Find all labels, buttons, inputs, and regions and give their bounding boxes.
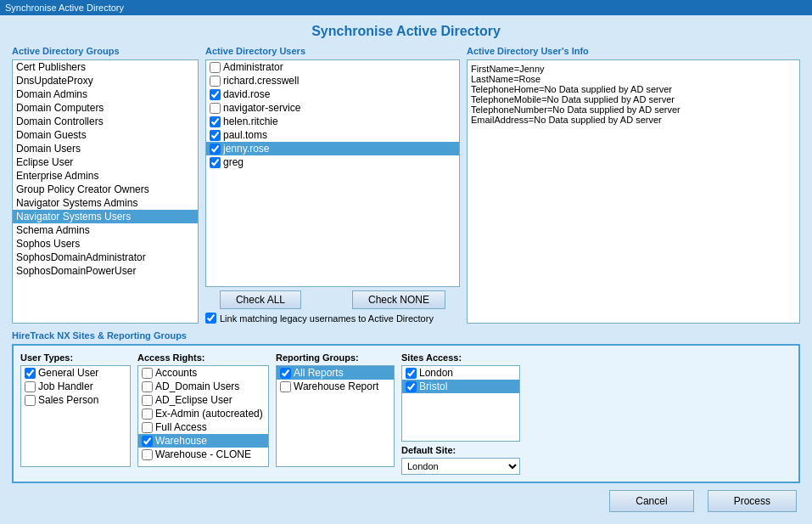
list-item[interactable]: Job Handler (21, 380, 130, 393)
list-item[interactable]: London (402, 366, 519, 380)
link-label: Link matching legacy usernames to Active… (220, 313, 434, 324)
title-bar: Synchronise Active Directory (0, 0, 812, 15)
list-item[interactable]: richard.cresswell (206, 74, 459, 87)
list-item[interactable]: greg (206, 155, 459, 169)
check-all-button[interactable]: Check ALL (220, 290, 301, 309)
default-site-label: Default Site: (401, 445, 520, 455)
ad-users-col: Active Directory Users Administratorrich… (205, 46, 460, 324)
list-item[interactable]: Cert Publishers (13, 60, 198, 74)
user-types-section: User Types: General UserJob HandlerSales… (20, 352, 131, 475)
list-item[interactable]: Schema Admins (13, 223, 198, 237)
list-item[interactable]: Accounts (138, 366, 268, 380)
bottom-section: HireTrack NX Sites & Reporting Groups Us… (12, 330, 800, 483)
list-item[interactable]: navigator-service (206, 101, 459, 115)
list-item[interactable]: Ex-Admin (autocreated) (138, 407, 268, 420)
user-types-title: User Types: (20, 352, 131, 363)
ad-groups-listbox[interactable]: Cert PublishersDnsUpdateProxyDomain Admi… (12, 59, 199, 324)
info-line: TelephoneMobile=No Data supplied by AD s… (471, 94, 796, 104)
ad-users-listbox[interactable]: Administratorrichard.cresswelldavid.rose… (205, 59, 460, 287)
list-item[interactable]: Domain Users (13, 142, 198, 155)
default-site-select[interactable]: LondonBristol (401, 458, 520, 475)
ad-users-title: Active Directory Users (205, 46, 460, 56)
ad-groups-title: Active Directory Groups (12, 46, 199, 56)
list-item[interactable]: Navigator Systems Users (13, 210, 198, 223)
sites-access-title: Sites Access: (401, 352, 520, 363)
list-item[interactable]: Domain Controllers (13, 115, 198, 128)
check-none-button[interactable]: Check NONE (352, 290, 445, 309)
access-rights-listbox[interactable]: AccountsAD_Domain UsersAD_Eclipse UserEx… (137, 365, 269, 467)
sites-access-section: Sites Access: LondonBristol Default Site… (401, 352, 520, 475)
list-item[interactable]: Warehouse - CLONE (138, 448, 268, 461)
info-line: FirstName=Jenny (471, 64, 796, 74)
list-item[interactable]: Domain Admins (13, 87, 198, 101)
list-item[interactable]: helen.ritchie (206, 115, 459, 128)
list-item[interactable]: Sophos Users (13, 237, 198, 251)
dialog-title: Synchronise Active Directory (12, 24, 800, 39)
list-item[interactable]: jenny.rose (206, 142, 459, 155)
link-checkbox-row: Link matching legacy usernames to Active… (205, 313, 460, 324)
list-item[interactable]: SophosDomainAdministrator (13, 251, 198, 264)
info-line: EmailAddress=No Data supplied by AD serv… (471, 115, 796, 125)
process-button[interactable]: Process (708, 490, 797, 512)
list-item[interactable]: Full Access (138, 420, 268, 434)
access-rights-title: Access Rights: (137, 352, 269, 363)
bottom-title: HireTrack NX Sites & Reporting Groups (12, 330, 800, 341)
ad-users-buttons: Check ALL Check NONE (205, 290, 460, 309)
list-item[interactable]: Warehouse (138, 434, 268, 448)
list-item[interactable]: david.rose (206, 87, 459, 101)
list-item[interactable]: Domain Guests (13, 128, 198, 142)
link-checkbox[interactable] (205, 313, 216, 324)
ad-groups-col: Active Directory Groups Cert PublishersD… (12, 46, 199, 324)
user-types-listbox[interactable]: General UserJob HandlerSales Person (20, 365, 131, 467)
cancel-button[interactable]: Cancel (609, 490, 693, 512)
bottom-buttons: Cancel Process (12, 490, 800, 512)
list-item[interactable]: Domain Computers (13, 101, 198, 115)
list-item[interactable]: Group Policy Creator Owners (13, 183, 198, 196)
list-item[interactable]: Administrator (206, 60, 459, 74)
list-item[interactable]: Enterprise Admins (13, 169, 198, 183)
ad-info-title: Active Directory User's Info (467, 46, 800, 56)
ad-info-box: FirstName=JennyLastName=RoseTelephoneHom… (467, 59, 800, 324)
default-site-row: Default Site: LondonBristol (401, 445, 520, 475)
list-item[interactable]: Bristol (402, 380, 519, 393)
sites-access-listbox[interactable]: LondonBristol (401, 365, 520, 442)
list-item[interactable]: Warehouse Report (277, 380, 394, 393)
list-item[interactable]: Navigator Systems Admins (13, 196, 198, 210)
info-line: LastName=Rose (471, 74, 796, 84)
list-item[interactable]: DnsUpdateProxy (13, 74, 198, 87)
title-bar-label: Synchronise Active Directory (5, 3, 124, 13)
list-item[interactable]: AD_Eclipse User (138, 393, 268, 407)
list-item[interactable]: General User (21, 366, 130, 380)
reporting-groups-listbox[interactable]: All ReportsWarehouse Report (276, 365, 395, 467)
top-section: Active Directory Groups Cert PublishersD… (12, 46, 800, 324)
info-line: TelephoneHome=No Data supplied by AD ser… (471, 84, 796, 94)
reporting-groups-title: Reporting Groups: (276, 352, 395, 363)
list-item[interactable]: All Reports (277, 366, 394, 380)
list-item[interactable]: Sales Person (21, 393, 130, 407)
dialog: Synchronise Active Directory Active Dire… (0, 15, 812, 521)
access-rights-section: Access Rights: AccountsAD_Domain UsersAD… (137, 352, 269, 475)
ad-info-col: Active Directory User's Info FirstName=J… (467, 46, 800, 324)
reporting-groups-section: Reporting Groups: All ReportsWarehouse R… (276, 352, 395, 475)
info-line: TelephoneNumber=No Data supplied by AD s… (471, 104, 796, 115)
list-item[interactable]: paul.toms (206, 128, 459, 142)
list-item[interactable]: AD_Domain Users (138, 380, 268, 393)
list-item[interactable]: SophosDomainPowerUser (13, 264, 198, 278)
bottom-panel: User Types: General UserJob HandlerSales… (12, 344, 800, 483)
list-item[interactable]: Eclipse User (13, 155, 198, 169)
